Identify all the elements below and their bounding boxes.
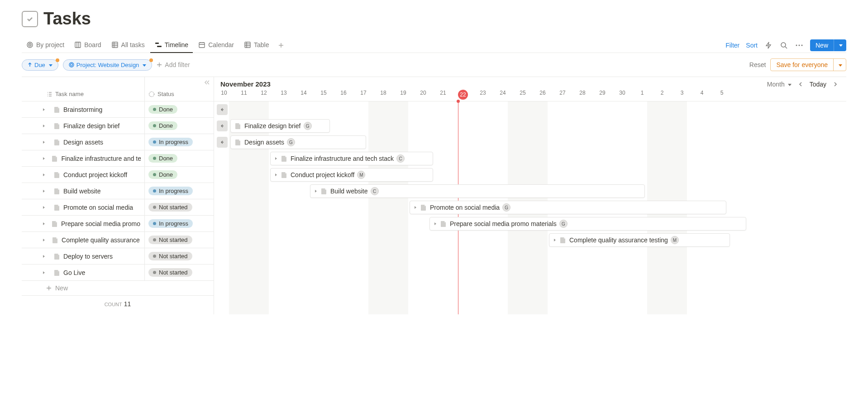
date-header: 13 xyxy=(274,90,294,101)
timeline-bar[interactable]: Conduct project kickoffM xyxy=(270,168,433,182)
scale-selector[interactable]: Month xyxy=(767,81,792,88)
page-title[interactable]: Tasks xyxy=(43,9,91,29)
date-header: 10 xyxy=(214,90,234,101)
date-header: 29 xyxy=(592,90,612,101)
expand-icon[interactable] xyxy=(42,254,51,259)
expand-icon[interactable] xyxy=(42,189,51,193)
new-task-row[interactable]: New xyxy=(22,281,214,296)
date-header: 22 xyxy=(453,90,473,101)
expand-icon[interactable] xyxy=(42,238,49,242)
expand-icon[interactable] xyxy=(42,270,51,275)
status-cell[interactable]: Not started xyxy=(145,232,214,248)
count-row: COUNT 11 xyxy=(22,296,214,312)
task-row[interactable]: Complete quality assurance testingNot st… xyxy=(22,232,214,248)
date-header: 5 xyxy=(712,90,732,101)
svg-point-10 xyxy=(796,44,797,46)
tab-all-tasks[interactable]: All tasks xyxy=(107,38,149,53)
tab-table[interactable]: Table xyxy=(239,38,273,53)
svg-rect-4 xyxy=(112,42,118,48)
status-cell[interactable]: In progress xyxy=(145,134,214,150)
status-cell[interactable]: Not started xyxy=(145,199,214,215)
search-icon[interactable] xyxy=(779,41,788,50)
new-button[interactable]: New xyxy=(810,39,846,51)
save-for-everyone-button[interactable]: Save for everyone xyxy=(771,59,833,71)
target-icon xyxy=(26,41,33,48)
expand-icon[interactable] xyxy=(274,157,278,160)
assignee-avatar: G xyxy=(304,122,312,130)
timeline-bar[interactable]: Finalize design briefG xyxy=(230,119,330,133)
timeline-bar[interactable]: Complete quality assurance testingM xyxy=(549,233,730,247)
scroll-back-button[interactable] xyxy=(217,137,228,148)
tab-board[interactable]: Board xyxy=(70,38,105,53)
expand-icon[interactable] xyxy=(42,140,51,144)
status-cell[interactable]: Done xyxy=(145,101,214,117)
date-header: 25 xyxy=(513,90,533,101)
new-button-caret[interactable] xyxy=(834,39,846,51)
task-name: Complete quality assurance testing xyxy=(62,236,141,244)
status-cell[interactable]: Not started xyxy=(145,248,214,264)
task-row[interactable]: BrainstormingDone xyxy=(22,101,214,118)
date-header: 12 xyxy=(254,90,274,101)
due-filter-chip[interactable]: Due xyxy=(22,59,58,71)
task-name: Build website xyxy=(63,188,101,195)
timeline-row: Design assetsG xyxy=(214,134,846,150)
status-cell[interactable]: Done xyxy=(145,167,214,183)
task-row[interactable]: Finalize design briefDone xyxy=(22,118,214,134)
expand-icon[interactable] xyxy=(42,205,51,210)
add-view-button[interactable] xyxy=(273,39,289,52)
save-caret-button[interactable] xyxy=(833,59,846,71)
tab-timeline[interactable]: Timeline xyxy=(150,38,193,53)
expand-icon[interactable] xyxy=(42,221,48,226)
status-cell[interactable]: Not started xyxy=(145,265,214,280)
scroll-back-button[interactable] xyxy=(217,104,228,115)
scroll-back-button[interactable] xyxy=(217,120,228,131)
collapse-panel-button[interactable] xyxy=(204,80,210,85)
expand-icon[interactable] xyxy=(42,156,48,161)
lightning-icon[interactable] xyxy=(764,41,773,50)
date-header: 27 xyxy=(553,90,572,101)
status-cell[interactable]: In progress xyxy=(145,183,214,199)
prev-period-button[interactable] xyxy=(796,80,805,89)
bar-label: Finalize infrastructure and tech stack xyxy=(291,155,394,162)
column-header-taskname[interactable]: Task name xyxy=(22,77,145,101)
expand-icon[interactable] xyxy=(553,238,557,242)
reset-filters-button[interactable]: Reset xyxy=(749,61,766,68)
task-row[interactable]: Build websiteIn progress xyxy=(22,183,214,199)
date-header: 2 xyxy=(652,90,672,101)
assignee-avatar: M xyxy=(357,171,365,179)
svg-point-15 xyxy=(149,92,154,97)
status-cell[interactable]: Done xyxy=(145,150,214,166)
timeline-bar[interactable]: Finalize infrastructure and tech stackC xyxy=(270,152,433,165)
next-period-button[interactable] xyxy=(831,80,840,89)
status-cell[interactable]: Done xyxy=(145,118,214,134)
task-row[interactable]: Go LiveNot started xyxy=(22,265,214,281)
expand-icon[interactable] xyxy=(274,173,278,177)
tab-calendar[interactable]: Calendar xyxy=(194,38,238,53)
expand-icon[interactable] xyxy=(414,206,417,209)
status-cell[interactable]: In progress xyxy=(145,216,214,231)
more-icon[interactable] xyxy=(795,41,804,50)
project-filter-chip[interactable]: Project: Website Design xyxy=(63,59,153,71)
tab-by-project[interactable]: By project xyxy=(22,38,69,53)
task-row[interactable]: Design assetsIn progress xyxy=(22,134,214,150)
timeline-bar[interactable]: Promote on social mediaG xyxy=(410,201,726,214)
task-row[interactable]: Promote on social mediaNot started xyxy=(22,199,214,216)
timeline-bar[interactable]: Build websiteC xyxy=(310,184,645,198)
task-row[interactable]: Prepare social media promo materialsIn p… xyxy=(22,216,214,232)
task-row[interactable]: Conduct project kickoffDone xyxy=(22,167,214,183)
today-button[interactable]: Today xyxy=(810,81,826,88)
expand-icon[interactable] xyxy=(42,107,51,112)
sort-button[interactable]: Sort xyxy=(746,42,758,49)
expand-icon[interactable] xyxy=(314,189,318,193)
date-header: 14 xyxy=(294,90,314,101)
timeline-bar[interactable]: Prepare social media promo materialsG xyxy=(429,217,746,231)
task-row[interactable]: Deploy to serversNot started xyxy=(22,248,214,265)
add-filter-button[interactable]: Add filter xyxy=(157,61,190,68)
filter-button[interactable]: Filter xyxy=(725,42,739,49)
expand-icon[interactable] xyxy=(42,173,51,177)
timeline-bar[interactable]: Design assetsG xyxy=(230,135,366,149)
task-row[interactable]: Finalize infrastructure and tech stackDo… xyxy=(22,150,214,167)
expand-icon[interactable] xyxy=(434,222,437,226)
date-header: 16 xyxy=(334,90,353,101)
expand-icon[interactable] xyxy=(42,124,51,128)
